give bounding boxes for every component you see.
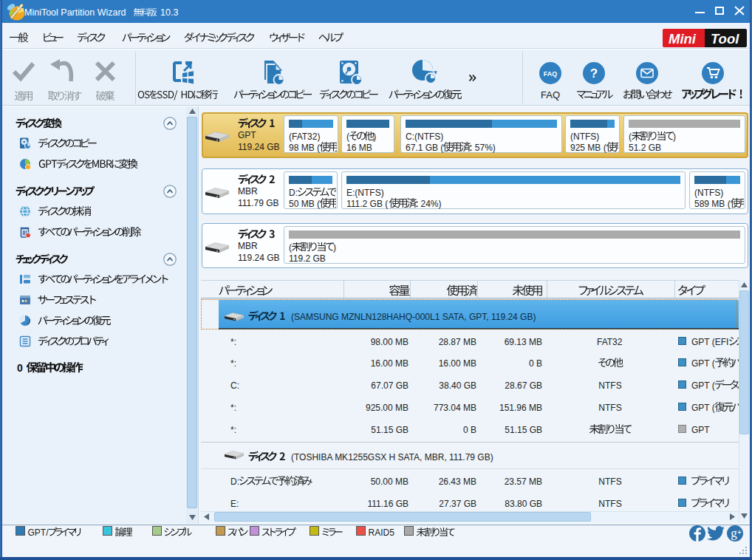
svg-text:FAQ: FAQ <box>544 70 558 78</box>
svg-text:?: ? <box>590 66 598 81</box>
svg-text:+: + <box>737 528 742 536</box>
svg-text:g: g <box>731 526 737 540</box>
